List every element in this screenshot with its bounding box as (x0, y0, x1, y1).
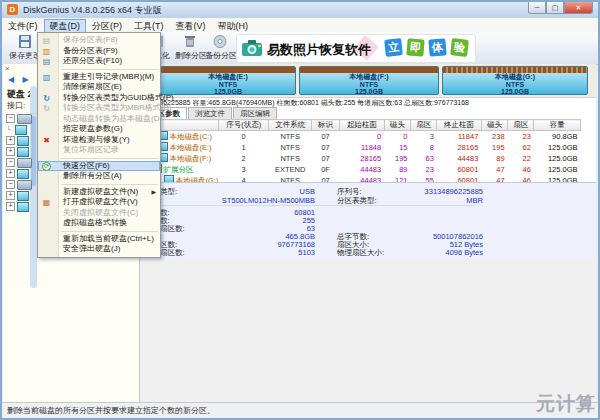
menu-reload-current-disk[interactable]: 重新加载当前硬盘(Ctrl+L) (38, 234, 160, 245)
save-icon (17, 34, 33, 49)
backup-table-icon: ▥ (42, 47, 51, 56)
restore-table-icon: ▤ (42, 57, 51, 66)
detail-row: 型号:ST500LM012HN-M500MBB分区表类型:MBR (141, 196, 596, 205)
save-table-icon: ▤ (42, 36, 51, 45)
menu-delete-all-partitions[interactable]: 删除所有分区(A) (38, 171, 160, 182)
partition-icon (17, 202, 29, 212)
app-icon: D (7, 4, 18, 15)
tree-node[interactable]: − (6, 153, 32, 163)
disk-graph: 本地磁盘(E:) NTFS 125.0GB 本地磁盘(F:) NTFS 125.… (141, 64, 596, 98)
backup-partition-button[interactable]: 备份分区 (205, 33, 235, 63)
rebuild-mbr-icon: ▧ (42, 73, 51, 82)
menu-separator (61, 158, 158, 159)
panel-nav-arrows[interactable]: ◀ ▶ (8, 75, 32, 84)
ad-cta-1[interactable]: 立 (384, 38, 403, 57)
table-row[interactable]: 本地磁盘(C:) 0NTFS07 003 1184723823 90.8GB (142, 131, 581, 143)
menu-separator (61, 184, 158, 185)
tree-node[interactable]: + (6, 186, 29, 196)
menu-backup-partition-table[interactable]: ▥备份分区表(F9) (38, 46, 160, 57)
convert-mbr-icon: ↻ (42, 104, 51, 113)
table-row[interactable]: 本地磁盘(E:) 1NTFS07 11848158 2816519562 125… (142, 142, 581, 153)
partition-table: 序号(状态)文件系统 标识起始柱面磁头 扇区终止柱面磁头 扇区容量 本地磁盘(C… (141, 119, 596, 182)
menu-restore-partition-table[interactable]: ▤还原分区表(F10) (38, 56, 160, 67)
main-area: 本地磁盘(E:) NTFS 125.0GB 本地磁盘(F:) NTFS 125.… (141, 64, 596, 402)
tree-node[interactable]: + (6, 131, 29, 141)
disk-details-panel: 接口类型:USB序列号:33134896225885 型号:ST500LM012… (141, 182, 596, 259)
table-header-row: 序号(状态)文件系统 标识起始柱面磁头 扇区终止柱面磁头 扇区容量 (142, 120, 581, 131)
detail-row: 保留扇区数:5103物理扇区大小:4096 Bytes (141, 248, 596, 257)
partition-card-e[interactable]: 本地磁盘(E:) NTFS 125.0GB (160, 66, 296, 95)
menu-clear-reserved-sectors[interactable]: 清除保留扇区(E) (38, 82, 160, 93)
panel-close-icon[interactable]: × (5, 64, 10, 73)
menu-specify-disk-params[interactable]: 指定硬盘参数(G) (38, 124, 160, 135)
menu-dynamic-to-basic[interactable]: 动态磁盘转换为基本磁盘(D) (38, 114, 160, 125)
table-row-extended[interactable]: 扩展分区 3EXTEND0F 444838923 608014746 125.0… (142, 164, 581, 175)
menu-new-virtual-disk[interactable]: 新建虚拟硬盘文件(N)▶ (38, 187, 160, 198)
menu-separator (61, 231, 158, 232)
ad-cta-4[interactable]: 验 (450, 38, 469, 57)
diskgenius-window: D DiskGenius V4.8.0.256 x64 专业版 ─ ▢ ✕ 文件… (0, 0, 600, 420)
partition-card-f[interactable]: 本地磁盘(F:) NTFS 125.0GB (299, 66, 439, 95)
table-row[interactable]: 本地磁盘(F:) 2NTFS07 2816519563 444838922 12… (142, 153, 581, 164)
delete-partition-button[interactable]: 删除分区 (175, 33, 205, 63)
detail-row: 接口类型:USB序列号:33134896225885 (141, 187, 596, 196)
ad-banner[interactable]: 易数照片恢复软件 立 即 体 验 (236, 34, 476, 63)
disc-icon (212, 34, 228, 49)
tree-node[interactable]: + (6, 197, 29, 207)
empty-area (141, 258, 596, 402)
trash-icon (182, 34, 198, 49)
menu-bad-track-check[interactable]: ✖坏道检测与修复(Y) (38, 135, 160, 146)
menu-vdisk-format-convert[interactable]: 虚拟磁盘格式转换 (38, 218, 160, 229)
menu-rebuild-mbr[interactable]: ▧重建主引导记录(MBR)(M) (38, 72, 160, 83)
camera-icon (241, 39, 263, 61)
status-bar: 删除当前磁盘的所有分区并按要求建立指定个数的新分区。 (2, 402, 598, 418)
convert-guid-icon: ↻ (42, 94, 51, 103)
maximize-button[interactable]: ▢ (546, 2, 564, 14)
watermark: 元计算 (536, 391, 596, 417)
menu-bar: 文件(F)硬盘(D)分区(P)工具(T)查看(V)帮助(H) (2, 18, 598, 33)
tree-node[interactable]: + (6, 142, 29, 152)
divider (143, 205, 476, 206)
tree-node[interactable]: └ (6, 120, 27, 130)
status-text: 删除当前磁盘的所有分区并按要求建立指定个数的新分区。 (7, 406, 215, 415)
close-button[interactable]: ✕ (564, 2, 593, 14)
menu-convert-to-guid[interactable]: ↻转换分区表类型为GUID格式(P) (38, 93, 160, 104)
ad-text: 易数照片恢复软件 (267, 41, 371, 59)
menu-close-virtual-disk[interactable]: 关闭虚拟硬盘文件(C) (38, 208, 160, 219)
menu-convert-to-mbr[interactable]: ↻转换分区表类型为MBR格式(B) (38, 103, 160, 114)
tree-node[interactable]: + (6, 164, 29, 174)
tree-node[interactable]: − (6, 109, 32, 119)
menu-quick-partition[interactable]: ⟳快速分区(F6) (38, 161, 160, 172)
open-vdisk-icon: ▦ (42, 198, 51, 207)
quick-partition-icon: ⟳ (42, 162, 51, 171)
minimize-button[interactable]: ─ (528, 2, 546, 14)
submenu-arrow-icon: ▶ (151, 187, 156, 198)
window-title: DiskGenius V4.8.0.256 x64 专业版 (23, 4, 162, 17)
bad-track-icon: ✖ (42, 136, 51, 145)
disk-menu-dropdown: ▤保存分区表(F8) ▥备份分区表(F9) ▤还原分区表(F10) ▧重建主引导… (37, 32, 161, 258)
menu-save-partition-table[interactable]: ▤保存分区表(F8) (38, 35, 160, 46)
title-bar[interactable]: D DiskGenius V4.8.0.256 x64 专业版 ─ ▢ ✕ (2, 2, 598, 19)
menu-reset-bad-sectors[interactable]: 复位坏扇区记录 (38, 145, 160, 156)
partition-card-g[interactable]: 本地磁盘(G:) NTFS 125.0GB (442, 66, 588, 95)
menu-open-virtual-disk[interactable]: ▦打开虚拟硬盘文件(V) (38, 197, 160, 208)
tree-node[interactable]: − (6, 175, 32, 185)
ad-cta-2[interactable]: 即 (406, 38, 424, 56)
menu-separator (61, 69, 158, 70)
menu-safe-eject-disk[interactable]: 安全弹出硬盘(J) (38, 244, 160, 255)
ad-cta-3[interactable]: 体 (428, 38, 446, 56)
